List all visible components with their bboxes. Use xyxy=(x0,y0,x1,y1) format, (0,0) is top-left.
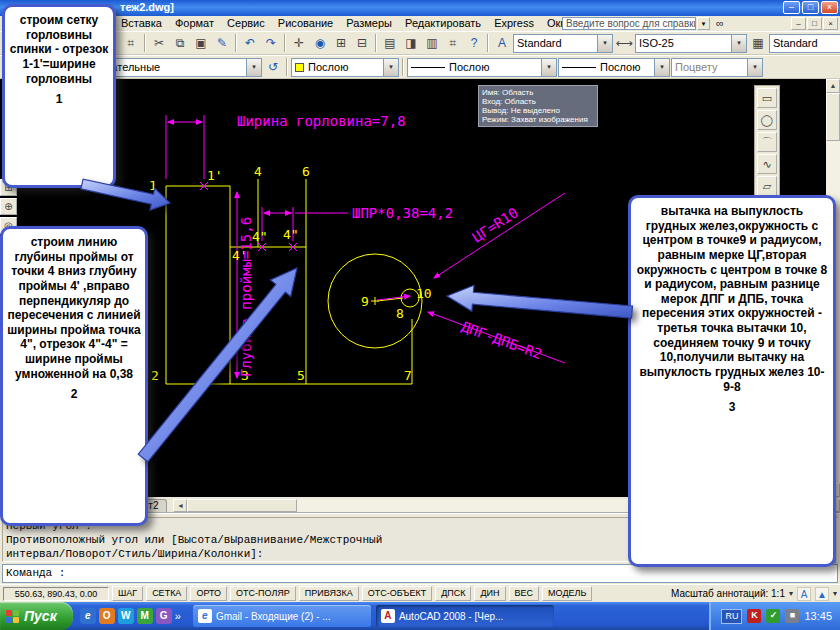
scroll-left-button[interactable]: ◄ xyxy=(173,499,187,512)
point-label: 6 xyxy=(302,164,310,179)
dim-label-dpg: ДПГ-ДПБ=R2 xyxy=(459,318,544,362)
chevron-down-icon[interactable]: ▾ xyxy=(541,59,556,76)
redo-icon[interactable]: ↷ xyxy=(261,33,281,53)
chevron-down-icon[interactable]: ▾ xyxy=(747,59,762,76)
taskbar-task-autocad[interactable]: A AutoCAD 2008 - [Чер... xyxy=(376,605,554,627)
zoom-previous-icon[interactable]: ⊟ xyxy=(352,33,372,53)
clock[interactable]: 13:45 xyxy=(804,610,832,622)
start-button[interactable]: Пуск xyxy=(0,602,73,630)
menu-dimension[interactable]: Размеры xyxy=(341,16,397,30)
menu-express[interactable]: Express xyxy=(489,16,539,30)
toggle-ducs[interactable]: ДПСК xyxy=(435,586,471,601)
taskbar-task-gmail[interactable]: e Gmail - Входящие (2) - ... xyxy=(193,605,371,627)
menu-insert[interactable]: Вставка xyxy=(116,16,167,30)
circle-tool-icon[interactable]: ◯ xyxy=(757,110,777,130)
chevron-down-icon[interactable]: ▾ xyxy=(789,589,793,598)
ie-quicklaunch-icon[interactable]: e xyxy=(80,608,96,624)
plot-style-value: Поцвету xyxy=(675,61,717,73)
undo-icon[interactable]: ↶ xyxy=(240,33,260,53)
annotation-autoscale-icon[interactable]: ▲ xyxy=(815,587,829,601)
toggle-snap[interactable]: ШАГ xyxy=(112,586,143,601)
antivirus-tray-icon[interactable]: K xyxy=(747,609,761,623)
chevron-down-icon[interactable]: ▾ xyxy=(246,59,261,76)
security-tray-icon[interactable]: ✓ xyxy=(766,609,780,623)
help-search-input[interactable]: Введите вопрос для справки xyxy=(562,17,696,30)
doc-close-button[interactable]: × xyxy=(823,17,838,30)
toggle-dyn[interactable]: ДИН xyxy=(474,586,505,601)
toggle-osnap[interactable]: ПРИВЯЗКА xyxy=(299,586,359,601)
annotation-scale-label[interactable]: Масштаб аннотаций: 1:1 xyxy=(671,588,785,599)
match-properties-icon[interactable]: ✎ xyxy=(212,33,232,53)
messenger-quicklaunch-icon[interactable]: W xyxy=(118,608,134,624)
spline-tool-icon[interactable]: ∿ xyxy=(757,154,777,174)
paste-icon[interactable]: ▣ xyxy=(191,33,211,53)
status-menu-chevron-icon[interactable]: ▾ xyxy=(833,589,837,598)
menu-tools[interactable]: Сервис xyxy=(222,16,270,30)
toggle-polar[interactable]: ОТС-ПОЛЯР xyxy=(230,586,296,601)
chevron-down-icon[interactable]: ▾ xyxy=(654,59,669,76)
text-style-icon[interactable]: A xyxy=(492,33,512,53)
close-button[interactable]: × xyxy=(821,1,838,14)
cut-icon[interactable]: ✂ xyxy=(149,33,169,53)
pan-icon[interactable]: ✛ xyxy=(289,33,309,53)
move-tool-icon[interactable]: ⊕ xyxy=(0,198,17,215)
doc-restore-button[interactable]: □ xyxy=(807,17,822,30)
callout-number: 1 xyxy=(9,92,109,107)
layer-previous-icon[interactable]: ↺ xyxy=(263,57,283,77)
plot-style-combo[interactable]: Поцвету ▾ xyxy=(671,58,763,77)
tool-palettes-icon[interactable]: ▥ xyxy=(422,33,442,53)
chevron-down-icon[interactable]: ▾ xyxy=(597,35,612,52)
volume-tray-icon[interactable]: ■ xyxy=(785,609,799,623)
dim-style-combo[interactable]: ISO-25 ▾ xyxy=(635,34,747,53)
callout-text: вытачка на выпуклость грудных желез,окру… xyxy=(635,204,829,394)
status-bar: 550.63, 890.43, 0.00 ШАГ СЕТКА ОРТО ОТС-… xyxy=(0,584,840,602)
chevron-down-icon[interactable]: ▾ xyxy=(383,59,398,76)
toggle-grid[interactable]: СЕТКА xyxy=(146,586,187,601)
lineweight-combo[interactable]: Послою ▾ xyxy=(558,58,670,77)
window-title: теж2.dwg] xyxy=(120,1,174,13)
maximize-button[interactable]: □ xyxy=(802,1,819,14)
toggle-otrack[interactable]: ОТС-ОБЪЕКТ xyxy=(362,586,432,601)
toggle-model[interactable]: МОДЕЛЬ xyxy=(542,586,592,601)
designcenter-icon[interactable]: ◨ xyxy=(401,33,421,53)
color-combo[interactable]: Послою ▾ xyxy=(291,58,399,77)
binoculars-icon[interactable]: ∞ xyxy=(712,17,728,30)
menu-draw[interactable]: Рисование xyxy=(273,16,338,30)
autocad-task-icon: A xyxy=(381,609,395,623)
mail-quicklaunch-icon[interactable]: G xyxy=(156,608,172,624)
language-indicator[interactable]: RU xyxy=(721,609,742,624)
chevron-down-icon[interactable]: ▾ xyxy=(731,35,746,52)
help-icon[interactable]: ? xyxy=(464,33,484,53)
text-style-combo[interactable]: Standard ▾ xyxy=(513,34,613,53)
coordinates-readout[interactable]: 550.63, 890.43, 0.00 xyxy=(3,587,109,601)
polygon-tool-icon[interactable]: ▱ xyxy=(757,176,777,196)
quickcalc-icon[interactable]: ⌗ xyxy=(443,33,463,53)
arc-tool-icon[interactable]: ⌒ xyxy=(757,132,777,152)
toggle-ortho[interactable]: ОРТО xyxy=(190,586,227,601)
horizontal-scroll-thumb[interactable] xyxy=(187,499,297,512)
table-style-combo[interactable]: Standard ▾ xyxy=(769,34,840,53)
zoom-realtime-icon[interactable]: ◉ xyxy=(310,33,330,53)
doc-minimize-button[interactable]: – xyxy=(791,17,806,30)
linetype-combo[interactable]: Послою ▾ xyxy=(407,58,557,77)
minimize-button[interactable]: – xyxy=(783,1,800,14)
toggle-lwt[interactable]: ВЕС xyxy=(509,586,540,601)
menu-format[interactable]: Формат xyxy=(170,16,219,30)
media-quicklaunch-icon[interactable]: M xyxy=(137,608,153,624)
rectangle-tool-icon[interactable]: ▭ xyxy=(757,88,777,108)
publish-icon[interactable]: ⌗ xyxy=(121,33,141,53)
dim-style-icon[interactable]: ⟷ xyxy=(614,33,634,53)
annotation-visibility-icon[interactable]: A xyxy=(797,587,811,601)
autocad-window: теж2.dwg] – □ × Вставка Формат Сервис Ри… xyxy=(0,0,840,630)
properties-icon[interactable]: ▤ xyxy=(380,33,400,53)
zoom-window-icon[interactable]: ⊞ xyxy=(331,33,351,53)
help-search-dropdown[interactable]: ▾ xyxy=(697,17,710,30)
menu-modify[interactable]: Редактировать xyxy=(400,16,486,30)
copy-icon[interactable]: ⧉ xyxy=(170,33,190,53)
quicklaunch-overflow-icon[interactable]: » xyxy=(175,610,181,622)
browser-quicklaunch-icon[interactable]: O xyxy=(99,608,115,624)
scroll-up-button[interactable]: ▲ xyxy=(826,79,840,93)
table-style-icon[interactable]: ▦ xyxy=(748,33,768,53)
color-value: Послою xyxy=(308,61,348,73)
vertical-scroll-thumb[interactable] xyxy=(826,93,840,141)
